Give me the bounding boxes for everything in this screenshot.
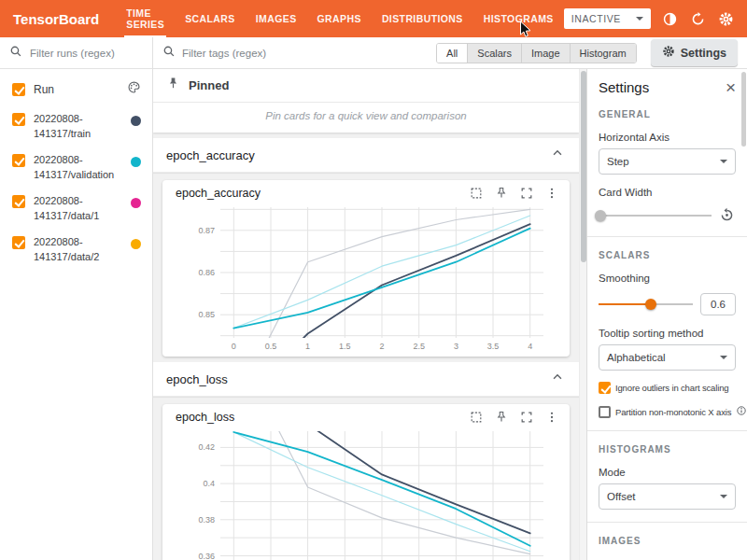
chevron-up-icon[interactable] bbox=[551, 147, 564, 163]
section-title: epoch_loss bbox=[166, 372, 228, 386]
tooltip-sorting-select[interactable]: Alphabetical bbox=[599, 344, 736, 371]
run-row[interactable]: 20220808-141317/data/2 bbox=[0, 230, 152, 271]
run-checkbox[interactable] bbox=[12, 236, 25, 249]
nav-item-time-series[interactable]: TIME SERIES bbox=[116, 0, 175, 37]
horizontal-axis-select[interactable]: Step bbox=[599, 148, 736, 175]
pin-icon bbox=[166, 77, 180, 94]
settings-button-label: Settings bbox=[681, 47, 726, 60]
card-width-slider[interactable] bbox=[599, 208, 712, 223]
histograms-section-label: HISTOGRAMS bbox=[599, 444, 736, 455]
tensorboard-window: TensorBoard TIME SERIESSCALARSIMAGESGRAP… bbox=[0, 0, 747, 560]
settings-scrollbar[interactable] bbox=[741, 72, 746, 147]
chevron-up-icon[interactable] bbox=[551, 371, 564, 387]
refresh-icon[interactable] bbox=[690, 10, 707, 27]
partition-x-axis-checkbox[interactable] bbox=[599, 406, 611, 418]
histogram-mode-select[interactable]: Offset bbox=[599, 483, 736, 510]
pinned-title: Pinned bbox=[189, 78, 229, 92]
horizontal-axis-value: Step bbox=[607, 156, 629, 167]
svg-text:0.5: 0.5 bbox=[265, 342, 277, 351]
filter-runs-bar: Filter runs (regex) bbox=[0, 37, 152, 69]
filter-chip-histogram[interactable]: Histogram bbox=[570, 44, 636, 63]
card-actions bbox=[470, 411, 558, 424]
nav-item-distributions[interactable]: DISTRIBUTIONS bbox=[372, 0, 473, 37]
more-vert-icon[interactable] bbox=[545, 187, 558, 200]
epoch-accuracy-chart[interactable]: 00.511.522.533.540.850.860.87 bbox=[168, 200, 564, 353]
svg-text:0.38: 0.38 bbox=[198, 515, 215, 525]
pinned-section: Pinned Pin cards for a quick view and co… bbox=[153, 69, 579, 133]
scalar-card-epoch-accuracy: epoch_accuracy 00.511.522.533.540.850.86… bbox=[162, 180, 570, 357]
run-checkbox[interactable] bbox=[12, 154, 25, 167]
chevron-down-icon bbox=[720, 356, 727, 359]
general-section-label: GENERAL bbox=[599, 109, 736, 119]
section-epoch-loss[interactable]: epoch_loss bbox=[153, 362, 579, 397]
run-name: 20220808-141317/train bbox=[34, 112, 122, 142]
run-row[interactable]: 20220808-141317/validation bbox=[0, 147, 152, 189]
reset-icon[interactable] bbox=[719, 207, 736, 224]
smoothing-value-input[interactable]: 0.6 bbox=[700, 293, 736, 315]
close-icon[interactable]: × bbox=[726, 78, 736, 96]
svg-text:0.42: 0.42 bbox=[198, 442, 215, 452]
filter-chip-image[interactable]: Image bbox=[521, 44, 570, 63]
svg-text:1.5: 1.5 bbox=[339, 342, 351, 351]
fit-to-domain-icon[interactable] bbox=[470, 187, 483, 200]
more-vert-icon[interactable] bbox=[545, 411, 558, 424]
run-name: 20220808-141317/data/2 bbox=[34, 235, 122, 265]
tags-toolbar: Filter tags (regex) AllScalarsImageHisto… bbox=[153, 37, 747, 69]
fit-to-domain-icon[interactable] bbox=[470, 411, 483, 424]
chevron-down-icon bbox=[636, 17, 643, 21]
pin-icon[interactable] bbox=[495, 411, 508, 424]
svg-text:2.5: 2.5 bbox=[413, 342, 425, 351]
cards-area: Pinned Pin cards for a quick view and co… bbox=[153, 69, 579, 560]
filter-chip-scalars[interactable]: Scalars bbox=[467, 44, 521, 63]
svg-text:0.87: 0.87 bbox=[198, 226, 215, 235]
card-width-label: Card Width bbox=[599, 187, 736, 198]
settings-button[interactable]: Settings bbox=[651, 39, 738, 66]
nav-item-images[interactable]: IMAGES bbox=[246, 0, 307, 37]
svg-text:0.4: 0.4 bbox=[203, 479, 215, 488]
nav-item-graphs[interactable]: GRAPHS bbox=[307, 0, 372, 37]
svg-text:0.86: 0.86 bbox=[198, 268, 215, 277]
card-title: epoch_accuracy bbox=[176, 187, 261, 200]
pin-icon[interactable] bbox=[495, 187, 508, 200]
settings-panel-title: Settings bbox=[599, 79, 649, 95]
smoothing-slider[interactable] bbox=[599, 297, 693, 312]
run-checkbox[interactable] bbox=[12, 113, 25, 126]
svg-text:0: 0 bbox=[232, 342, 236, 351]
tag-filter-chip-group: AllScalarsImageHistogram bbox=[436, 43, 637, 63]
main-scrollbar[interactable] bbox=[579, 69, 586, 560]
filter-chip-all[interactable]: All bbox=[437, 44, 467, 63]
svg-text:3: 3 bbox=[454, 342, 458, 351]
filter-tags-input[interactable]: Filter tags (regex) bbox=[182, 48, 266, 59]
section-epoch-accuracy[interactable]: epoch_accuracy bbox=[153, 138, 579, 173]
nav-item-scalars[interactable]: SCALARS bbox=[175, 0, 246, 37]
scalars-section-label: SCALARS bbox=[599, 250, 736, 260]
gear-icon bbox=[662, 45, 675, 61]
palette-icon[interactable] bbox=[127, 80, 141, 98]
fullscreen-icon[interactable] bbox=[520, 187, 533, 200]
filter-runs-input[interactable]: Filter runs (regex) bbox=[30, 48, 115, 59]
data-status-dropdown[interactable]: INACTIVE bbox=[564, 8, 651, 29]
run-checkbox[interactable] bbox=[12, 195, 25, 208]
svg-text:4: 4 bbox=[528, 342, 532, 351]
svg-text:2: 2 bbox=[379, 342, 384, 351]
card-header: epoch_accuracy bbox=[162, 180, 570, 200]
info-icon[interactable] bbox=[736, 405, 747, 418]
ignore-outliers-checkbox[interactable] bbox=[599, 382, 611, 394]
theme-toggle-icon[interactable] bbox=[662, 10, 679, 27]
run-color-dot bbox=[131, 157, 141, 167]
chevron-down-icon bbox=[720, 160, 727, 163]
epoch-loss-chart[interactable]: 00.511.522.533.540.420.40.380.36 bbox=[168, 424, 564, 560]
scalar-card-epoch-loss: epoch_loss 00.511.522.533.540.420.40.380… bbox=[162, 404, 570, 560]
fullscreen-icon[interactable] bbox=[520, 411, 533, 424]
card-title: epoch_loss bbox=[176, 411, 234, 424]
pinned-hint: Pin cards for a quick view and compariso… bbox=[153, 103, 579, 133]
svg-text:0.85: 0.85 bbox=[198, 310, 215, 319]
partition-x-axis-label: Partition non-monotonic X axis bbox=[615, 407, 731, 417]
gear-icon[interactable] bbox=[718, 10, 735, 27]
run-color-dot bbox=[131, 116, 141, 126]
main-nav: TIME SERIESSCALARSIMAGESGRAPHSDISTRIBUTI… bbox=[116, 0, 564, 37]
run-row[interactable]: 20220808-141317/data/1 bbox=[0, 189, 152, 230]
select-all-runs-checkbox[interactable] bbox=[12, 83, 25, 96]
section-title: epoch_accuracy bbox=[166, 148, 255, 162]
run-row[interactable]: 20220808-141317/train bbox=[0, 106, 152, 147]
